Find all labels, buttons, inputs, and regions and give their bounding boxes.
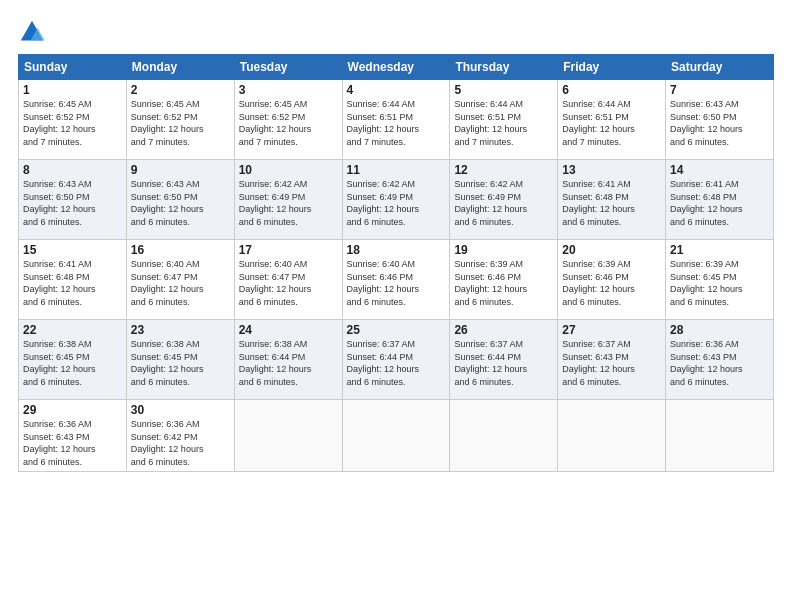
day-info: Sunrise: 6:42 AM Sunset: 6:49 PM Dayligh… — [239, 178, 338, 228]
table-row: 23Sunrise: 6:38 AM Sunset: 6:45 PM Dayli… — [126, 320, 234, 400]
day-number: 14 — [670, 163, 769, 177]
day-number: 29 — [23, 403, 122, 417]
day-number: 30 — [131, 403, 230, 417]
table-row: 29Sunrise: 6:36 AM Sunset: 6:43 PM Dayli… — [19, 400, 127, 472]
day-number: 4 — [347, 83, 446, 97]
header-saturday: Saturday — [666, 55, 774, 80]
day-number: 26 — [454, 323, 553, 337]
day-number: 19 — [454, 243, 553, 257]
header-monday: Monday — [126, 55, 234, 80]
table-row: 5Sunrise: 6:44 AM Sunset: 6:51 PM Daylig… — [450, 80, 558, 160]
day-info: Sunrise: 6:37 AM Sunset: 6:43 PM Dayligh… — [562, 338, 661, 388]
day-info: Sunrise: 6:36 AM Sunset: 6:43 PM Dayligh… — [23, 418, 122, 468]
table-row: 17Sunrise: 6:40 AM Sunset: 6:47 PM Dayli… — [234, 240, 342, 320]
table-row: 26Sunrise: 6:37 AM Sunset: 6:44 PM Dayli… — [450, 320, 558, 400]
day-info: Sunrise: 6:39 AM Sunset: 6:45 PM Dayligh… — [670, 258, 769, 308]
day-info: Sunrise: 6:43 AM Sunset: 6:50 PM Dayligh… — [23, 178, 122, 228]
table-row: 24Sunrise: 6:38 AM Sunset: 6:44 PM Dayli… — [234, 320, 342, 400]
table-row: 27Sunrise: 6:37 AM Sunset: 6:43 PM Dayli… — [558, 320, 666, 400]
day-info: Sunrise: 6:44 AM Sunset: 6:51 PM Dayligh… — [347, 98, 446, 148]
table-row: 28Sunrise: 6:36 AM Sunset: 6:43 PM Dayli… — [666, 320, 774, 400]
day-number: 3 — [239, 83, 338, 97]
table-row: 20Sunrise: 6:39 AM Sunset: 6:46 PM Dayli… — [558, 240, 666, 320]
day-info: Sunrise: 6:41 AM Sunset: 6:48 PM Dayligh… — [670, 178, 769, 228]
day-number: 2 — [131, 83, 230, 97]
table-row — [342, 400, 450, 472]
table-row: 8Sunrise: 6:43 AM Sunset: 6:50 PM Daylig… — [19, 160, 127, 240]
table-row: 18Sunrise: 6:40 AM Sunset: 6:46 PM Dayli… — [342, 240, 450, 320]
day-number: 9 — [131, 163, 230, 177]
day-info: Sunrise: 6:36 AM Sunset: 6:43 PM Dayligh… — [670, 338, 769, 388]
day-number: 24 — [239, 323, 338, 337]
day-info: Sunrise: 6:38 AM Sunset: 6:45 PM Dayligh… — [23, 338, 122, 388]
day-info: Sunrise: 6:42 AM Sunset: 6:49 PM Dayligh… — [454, 178, 553, 228]
day-info: Sunrise: 6:41 AM Sunset: 6:48 PM Dayligh… — [23, 258, 122, 308]
header-sunday: Sunday — [19, 55, 127, 80]
day-number: 16 — [131, 243, 230, 257]
logo — [18, 18, 50, 46]
table-row: 11Sunrise: 6:42 AM Sunset: 6:49 PM Dayli… — [342, 160, 450, 240]
day-number: 25 — [347, 323, 446, 337]
day-number: 12 — [454, 163, 553, 177]
table-row: 2Sunrise: 6:45 AM Sunset: 6:52 PM Daylig… — [126, 80, 234, 160]
table-row: 25Sunrise: 6:37 AM Sunset: 6:44 PM Dayli… — [342, 320, 450, 400]
table-row: 12Sunrise: 6:42 AM Sunset: 6:49 PM Dayli… — [450, 160, 558, 240]
day-info: Sunrise: 6:42 AM Sunset: 6:49 PM Dayligh… — [347, 178, 446, 228]
day-info: Sunrise: 6:45 AM Sunset: 6:52 PM Dayligh… — [239, 98, 338, 148]
table-row: 15Sunrise: 6:41 AM Sunset: 6:48 PM Dayli… — [19, 240, 127, 320]
table-row: 30Sunrise: 6:36 AM Sunset: 6:42 PM Dayli… — [126, 400, 234, 472]
day-info: Sunrise: 6:39 AM Sunset: 6:46 PM Dayligh… — [562, 258, 661, 308]
day-info: Sunrise: 6:40 AM Sunset: 6:46 PM Dayligh… — [347, 258, 446, 308]
table-row: 22Sunrise: 6:38 AM Sunset: 6:45 PM Dayli… — [19, 320, 127, 400]
day-info: Sunrise: 6:45 AM Sunset: 6:52 PM Dayligh… — [23, 98, 122, 148]
day-info: Sunrise: 6:38 AM Sunset: 6:44 PM Dayligh… — [239, 338, 338, 388]
table-row: 4Sunrise: 6:44 AM Sunset: 6:51 PM Daylig… — [342, 80, 450, 160]
day-number: 5 — [454, 83, 553, 97]
header-tuesday: Tuesday — [234, 55, 342, 80]
table-row — [666, 400, 774, 472]
header-friday: Friday — [558, 55, 666, 80]
calendar-table: Sunday Monday Tuesday Wednesday Thursday… — [18, 54, 774, 472]
day-number: 15 — [23, 243, 122, 257]
table-row: 19Sunrise: 6:39 AM Sunset: 6:46 PM Dayli… — [450, 240, 558, 320]
table-row: 1Sunrise: 6:45 AM Sunset: 6:52 PM Daylig… — [19, 80, 127, 160]
day-number: 13 — [562, 163, 661, 177]
day-number: 17 — [239, 243, 338, 257]
day-number: 8 — [23, 163, 122, 177]
table-row: 9Sunrise: 6:43 AM Sunset: 6:50 PM Daylig… — [126, 160, 234, 240]
day-number: 6 — [562, 83, 661, 97]
day-info: Sunrise: 6:44 AM Sunset: 6:51 PM Dayligh… — [562, 98, 661, 148]
table-row: 14Sunrise: 6:41 AM Sunset: 6:48 PM Dayli… — [666, 160, 774, 240]
calendar-header-row: Sunday Monday Tuesday Wednesday Thursday… — [19, 55, 774, 80]
table-row — [234, 400, 342, 472]
day-info: Sunrise: 6:44 AM Sunset: 6:51 PM Dayligh… — [454, 98, 553, 148]
table-row: 13Sunrise: 6:41 AM Sunset: 6:48 PM Dayli… — [558, 160, 666, 240]
day-info: Sunrise: 6:37 AM Sunset: 6:44 PM Dayligh… — [454, 338, 553, 388]
table-row: 3Sunrise: 6:45 AM Sunset: 6:52 PM Daylig… — [234, 80, 342, 160]
table-row: 16Sunrise: 6:40 AM Sunset: 6:47 PM Dayli… — [126, 240, 234, 320]
header-thursday: Thursday — [450, 55, 558, 80]
day-info: Sunrise: 6:36 AM Sunset: 6:42 PM Dayligh… — [131, 418, 230, 468]
header-wednesday: Wednesday — [342, 55, 450, 80]
day-number: 20 — [562, 243, 661, 257]
day-info: Sunrise: 6:41 AM Sunset: 6:48 PM Dayligh… — [562, 178, 661, 228]
day-info: Sunrise: 6:40 AM Sunset: 6:47 PM Dayligh… — [239, 258, 338, 308]
table-row — [450, 400, 558, 472]
day-number: 27 — [562, 323, 661, 337]
table-row — [558, 400, 666, 472]
page: Sunday Monday Tuesday Wednesday Thursday… — [0, 0, 792, 612]
table-row: 10Sunrise: 6:42 AM Sunset: 6:49 PM Dayli… — [234, 160, 342, 240]
day-info: Sunrise: 6:39 AM Sunset: 6:46 PM Dayligh… — [454, 258, 553, 308]
day-number: 10 — [239, 163, 338, 177]
day-number: 7 — [670, 83, 769, 97]
day-info: Sunrise: 6:37 AM Sunset: 6:44 PM Dayligh… — [347, 338, 446, 388]
day-info: Sunrise: 6:38 AM Sunset: 6:45 PM Dayligh… — [131, 338, 230, 388]
day-number: 18 — [347, 243, 446, 257]
day-info: Sunrise: 6:40 AM Sunset: 6:47 PM Dayligh… — [131, 258, 230, 308]
day-number: 21 — [670, 243, 769, 257]
day-number: 11 — [347, 163, 446, 177]
day-info: Sunrise: 6:45 AM Sunset: 6:52 PM Dayligh… — [131, 98, 230, 148]
day-number: 1 — [23, 83, 122, 97]
day-number: 28 — [670, 323, 769, 337]
table-row: 21Sunrise: 6:39 AM Sunset: 6:45 PM Dayli… — [666, 240, 774, 320]
